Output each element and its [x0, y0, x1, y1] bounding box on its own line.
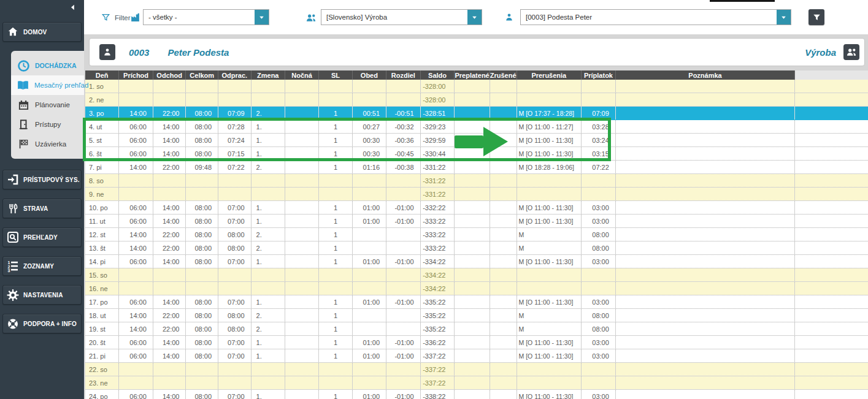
- cell-zmena: [251, 188, 285, 201]
- column-header-zrusene[interactable]: Zrušené: [490, 70, 517, 80]
- cell-den: 15. so: [85, 268, 119, 282]
- table-row-2-ne[interactable]: 2. ne-328:00: [85, 93, 868, 107]
- sidebar-collapse-button[interactable]: [69, 4, 77, 11]
- table-row-21-pi[interactable]: 21. pi06:0014:0008:0007:001.101:00-01:00…: [85, 349, 868, 363]
- cell-prichod: 14:00: [119, 228, 153, 241]
- cell-odchod: 14:00: [153, 120, 186, 134]
- column-header-obed[interactable]: Obed: [352, 70, 386, 80]
- sidebar-item-label: PODPORA + INFO: [23, 321, 77, 327]
- cell-odchod: 14:00: [153, 215, 186, 228]
- filter-label[interactable]: Filter: [101, 13, 131, 22]
- column-header-saldo[interactable]: Saldo: [420, 70, 455, 80]
- sidebar-item-uzavierka[interactable]: Uzávierka: [11, 134, 84, 154]
- cell-prichod: 06:00: [119, 215, 153, 228]
- cell-zmena: 1.: [251, 349, 285, 363]
- sidebar-item-pristupovy-sys[interactable]: PRÍSTUPOVÝ SYS.: [2, 170, 82, 189]
- cell-prerusenia: M [O 11:00 - 11:30]: [517, 147, 582, 161]
- cell-odchod: 14:00: [153, 390, 186, 399]
- cell-zrusene: [490, 161, 517, 174]
- sidebar-item-domov[interactable]: DOMOV: [2, 22, 82, 42]
- cell-filler: [795, 390, 868, 399]
- sidebar-item-planovanie[interactable]: Plánovanie: [11, 95, 84, 115]
- cell-prerusenia: [517, 282, 582, 295]
- table-row-9-ne[interactable]: 9. ne-331:22: [85, 188, 868, 201]
- sidebar-item-dochadzka[interactable]: DOCHÁDZKA: [11, 56, 84, 75]
- table-row-8-so[interactable]: 8. so-331:22: [85, 174, 868, 188]
- sidebar-item-prehlady[interactable]: PREHĽADY: [2, 227, 82, 247]
- table-row-11-ut[interactable]: 11. ut06:0014:0008:0007:001.101:00-01:00…: [85, 215, 868, 228]
- dropdown-arrow-icon[interactable]: [777, 10, 791, 25]
- employee-person-button[interactable]: [99, 44, 115, 60]
- table-row-20-st[interactable]: 20. št06:0014:0008:0007:001.101:00-01:00…: [85, 336, 868, 349]
- column-header-priplatok[interactable]: Príplatok: [582, 70, 616, 80]
- table-row-4-ut[interactable]: 4. ut06:0014:0008:0007:281.100:27-00:32-…: [85, 120, 868, 134]
- cell-filler: [795, 336, 868, 349]
- cell-filler: [795, 255, 868, 268]
- cell-obed: [352, 80, 386, 93]
- cell-sl: [319, 282, 353, 295]
- dropdown-arrow-icon[interactable]: [467, 10, 482, 25]
- sidebar-item-zoznamy[interactable]: 123ZOZNAMY: [2, 256, 82, 276]
- apply-filter-button[interactable]: [808, 9, 824, 25]
- cell-rozdiel: [386, 268, 421, 282]
- column-header-poznamka[interactable]: Poznámka: [615, 70, 794, 80]
- column-header-zmena[interactable]: Zmena: [251, 70, 285, 80]
- filter-dropdown-slovensko-vyroba[interactable]: [Slovensko] Výroba: [321, 9, 482, 25]
- table-row-3-po[interactable]: 3. po14:0022:0008:0007:092.100:51-00:51-…: [85, 107, 868, 120]
- cell-saldo: -336:22: [420, 336, 455, 349]
- table-row-18-ut[interactable]: 18. ut14:0022:0008:0008:002.1-335:22M08:…: [85, 309, 868, 322]
- column-header-nocna[interactable]: Nočná: [285, 70, 318, 80]
- table-row-1-so[interactable]: 1. so-328:00: [85, 80, 868, 93]
- cell-zmena: [251, 268, 285, 282]
- cell-sl: 1: [319, 120, 353, 134]
- column-header-preplatene[interactable]: Preplatené: [455, 70, 490, 80]
- sidebar-item-pristupy[interactable]: Prístupy: [11, 115, 84, 134]
- sidebar-item-podpora-info[interactable]: PODPORA + INFO: [2, 314, 82, 333]
- table-row-23-ne[interactable]: 23. ne-337:22: [85, 376, 868, 390]
- cell-prichod: 06:00: [119, 336, 153, 349]
- filter-dropdown-vsetky[interactable]: - všetky -: [143, 9, 269, 25]
- column-header-celkom[interactable]: Celkom: [186, 70, 218, 80]
- table-row-15-so[interactable]: 15. so-334:22: [85, 268, 868, 282]
- column-header-sl[interactable]: SL: [319, 70, 353, 80]
- column-header-den[interactable]: Deň: [85, 70, 119, 80]
- dropdown-value: [0003] Podesta Peter: [521, 10, 777, 25]
- sidebar-item-mesacny-prehlad[interactable]: Mesačný prehľad: [11, 75, 84, 95]
- cell-prichod: [119, 282, 153, 295]
- table-row-5-st[interactable]: 5. st06:0014:0008:0007:241.100:30-00:36-…: [85, 134, 868, 147]
- cell-odchod: [153, 174, 186, 188]
- cell-zmena: [251, 363, 285, 376]
- table-row-10-po[interactable]: 10. po06:0014:0008:0007:001.101:00-01:00…: [85, 201, 868, 215]
- cell-nocna: [285, 107, 318, 120]
- table-row-13-st[interactable]: 13. št14:0022:0008:0008:002.1-333:22M08:…: [85, 241, 868, 255]
- column-header-rozdiel[interactable]: Rozdiel: [386, 70, 421, 80]
- cell-odprac: 07:24: [218, 134, 252, 147]
- sidebar-item-nastavenia[interactable]: NASTAVENIA: [2, 285, 82, 305]
- table-row-14-pi[interactable]: 14. pi06:0014:0008:0007:001.101:00-01:00…: [85, 255, 868, 268]
- table-row-7-pi[interactable]: 7. pi14:0022:0009:4807:222.101:16-00:38-…: [85, 161, 868, 174]
- table-row-24-po[interactable]: 24. po06:0014:0008:0007:001.101:00-01:00…: [85, 390, 868, 399]
- cell-odchod: [153, 188, 186, 201]
- cell-celkom: [186, 363, 218, 376]
- column-header-prichod[interactable]: Príchod: [119, 70, 153, 80]
- sidebar-item-strava[interactable]: STRAVA: [2, 199, 82, 218]
- cell-preplatene: [455, 336, 490, 349]
- filter-dropdown-0003-podesta-peter[interactable]: [0003] Podesta Peter: [520, 9, 791, 25]
- table-row-19-st[interactable]: 19. st14:0022:0008:0008:002.1-335:22M08:…: [85, 322, 868, 336]
- column-header-odprac[interactable]: Odprac.: [218, 70, 252, 80]
- department-group-button[interactable]: [843, 44, 859, 60]
- cell-rozdiel: [386, 282, 421, 295]
- column-header-odchod[interactable]: Odchod: [153, 70, 186, 80]
- table-row-22-so[interactable]: 22. so-337:22: [85, 363, 868, 376]
- column-header-prerusenia[interactable]: Prerušenia: [517, 70, 582, 80]
- table-row-6-st[interactable]: 6. št06:0014:0008:0007:151.100:30-00:45-…: [85, 147, 868, 161]
- cell-filler: [795, 201, 868, 215]
- numbered-list-icon: 123: [7, 260, 19, 272]
- dropdown-arrow-icon[interactable]: [255, 10, 269, 25]
- table-row-12-st[interactable]: 12. st14:0022:0008:0008:002.1-333:22M08:…: [85, 228, 868, 241]
- cell-saldo: -335:22: [420, 309, 455, 322]
- table-row-17-po[interactable]: 17. po06:0014:0008:0007:001.101:00-01:00…: [85, 295, 868, 309]
- cell-zrusene: [490, 215, 517, 228]
- cell-prerusenia: M [O 11:00 - 11:30]: [517, 390, 582, 399]
- table-row-16-ne[interactable]: 16. ne-334:22: [85, 282, 868, 295]
